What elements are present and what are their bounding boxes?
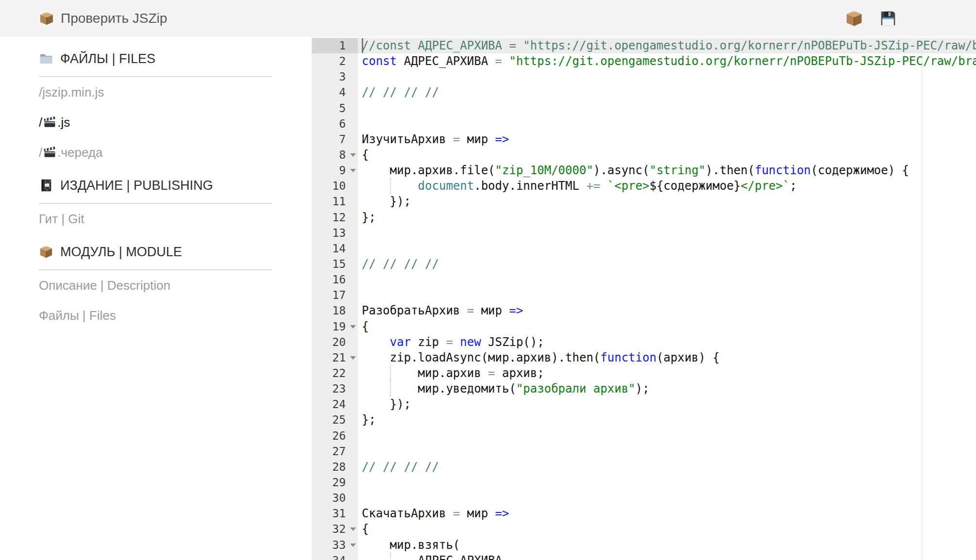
line-number: 23 [332, 382, 346, 395]
line-number: 4 [339, 86, 346, 99]
line-gutter: 34 [312, 553, 358, 560]
code-line: 33 мир.взять( [312, 537, 976, 553]
fold-arrow-icon[interactable] [350, 356, 356, 360]
code-line-content[interactable] [358, 100, 976, 116]
code-line-content[interactable]: мир.взять( [358, 537, 976, 553]
package-icon [39, 245, 53, 259]
fold-arrow-icon[interactable] [350, 325, 356, 329]
code-line-content[interactable]: zip.loadAsync(мир.архив).then(function(а… [358, 350, 976, 365]
code-line-content[interactable] [358, 272, 976, 287]
line-gutter: 28 [312, 459, 358, 475]
code-line-content[interactable]: //const АДРЕС_АРХИВА = "https://git.open… [358, 38, 976, 53]
sidebar-item-files[interactable]: Файлы | Files [39, 300, 272, 330]
sidebar-item-film-chereda[interactable]: /.череда [39, 137, 272, 167]
page-title: Проверить JSZip [61, 11, 167, 26]
line-gutter: 2 [312, 53, 358, 69]
code-line-content[interactable]: }); [358, 396, 976, 412]
code-line-content[interactable]: // // // // [358, 459, 976, 475]
code-line-content[interactable] [358, 428, 976, 444]
code-line: 22 мир.архив = архив; [312, 365, 976, 381]
indent-guide-line [390, 178, 391, 194]
fold-arrow-icon[interactable] [350, 153, 356, 157]
code-line-content[interactable]: var zip = new JSZip(); [358, 334, 976, 350]
line-number: 34 [332, 554, 346, 560]
line-number: 13 [332, 227, 346, 239]
line-number: 26 [332, 429, 346, 442]
code-line-content[interactable]: { [358, 521, 976, 537]
code-line-content[interactable]: мир.архив.file("zip_10M/0000").async("st… [358, 163, 976, 178]
code-line-content[interactable] [358, 116, 976, 132]
line-gutter: 10 [312, 178, 358, 194]
code-line-content[interactable] [358, 444, 976, 459]
text-cursor [362, 38, 363, 53]
line-number: 3 [339, 70, 346, 83]
fold-arrow-icon[interactable] [350, 169, 356, 172]
save-icon-button[interactable] [879, 9, 897, 28]
package-icon-button[interactable] [845, 9, 863, 28]
sidebar-item-git[interactable]: Гит | Git [39, 204, 272, 234]
notebook-icon [39, 178, 53, 193]
code-line: 12}; [312, 210, 976, 225]
line-gutter: 22 [312, 365, 358, 381]
line-number: 15 [332, 258, 346, 270]
line-number: 2 [339, 55, 346, 67]
line-number: 12 [332, 211, 346, 224]
code-line-content[interactable]: const АДРЕС_АРХИВА = "https://git.openga… [358, 53, 976, 69]
sidebar-item-film-js[interactable]: /.js [39, 107, 272, 137]
sidebar-section-publishing: ИЗДАНИЕ | PUBLISHING [39, 176, 272, 195]
app-header: Проверить JSZip [0, 0, 976, 37]
code-line: 2const АДРЕС_АРХИВА = "https://git.openg… [312, 53, 976, 69]
code-line-content[interactable] [358, 490, 976, 506]
code-line-content[interactable]: { [358, 319, 976, 334]
code-line-content[interactable] [358, 225, 976, 241]
line-number: 5 [339, 102, 346, 115]
line-gutter: 26 [312, 428, 358, 444]
sidebar-item-description[interactable]: Описание | Description [39, 270, 272, 300]
line-gutter: 21 [312, 350, 358, 365]
code-line: 28// // // // [312, 459, 976, 475]
code-line-content[interactable] [358, 241, 976, 256]
line-number: 7 [339, 133, 346, 146]
code-editor[interactable]: 1//const АДРЕС_АРХИВА = "https://git.ope… [312, 38, 976, 560]
fold-arrow-icon[interactable] [350, 544, 356, 547]
code-line-content[interactable]: }); [358, 194, 976, 209]
code-line-content[interactable]: мир.архив = архив; [358, 365, 976, 381]
code-line-content[interactable] [358, 69, 976, 84]
fold-arrow-icon[interactable] [350, 527, 356, 531]
code-line-content[interactable]: { [358, 147, 976, 163]
code-line: 5 [312, 100, 976, 116]
code-line-content[interactable] [358, 287, 976, 303]
code-line-content[interactable]: // // // // [358, 256, 976, 272]
line-number: 17 [332, 289, 346, 301]
code-line-content[interactable]: // // // // [358, 84, 976, 100]
line-gutter: 4 [312, 84, 358, 100]
line-gutter: 30 [312, 490, 358, 506]
line-number: 27 [332, 445, 346, 458]
code-line: 19{ [312, 319, 976, 334]
line-number: 9 [339, 164, 346, 177]
line-number: 11 [332, 195, 346, 208]
line-gutter: 9 [312, 163, 358, 178]
line-gutter: 6 [312, 116, 358, 132]
code-line: 18РазобратьАрхив = мир => [312, 303, 976, 318]
code-line-content[interactable]: }; [358, 412, 976, 428]
sidebar-section-module: МОДУЛЬ | MODULE [39, 242, 272, 262]
code-line-content[interactable]: РазобратьАрхив = мир => [358, 303, 976, 318]
line-gutter: 25 [312, 412, 358, 428]
code-line: 21 zip.loadAsync(мир.архив).then(functio… [312, 350, 976, 365]
code-line-content[interactable]: мир.уведомить("разобрали архив"); [358, 381, 976, 396]
line-number: 30 [332, 492, 346, 504]
line-number: 18 [332, 304, 346, 317]
code-line-content[interactable]: }; [358, 210, 976, 225]
line-number: 22 [332, 367, 346, 379]
sidebar-item-jszip-min-js[interactable]: /jszip.min.js [39, 77, 272, 107]
code-line-content[interactable]: ИзучитьАрхив = мир => [358, 132, 976, 147]
line-number: 8 [339, 148, 346, 161]
code-line-content[interactable]: АДРЕС_АРХИВА [358, 553, 976, 560]
line-number: 33 [332, 539, 346, 551]
code-line-content[interactable]: СкачатьАрхив = мир => [358, 506, 976, 521]
code-line-content[interactable]: document.body.innerHTML += `<pre>${содер… [358, 178, 976, 194]
code-line-content[interactable] [358, 475, 976, 490]
code-line: 1//const АДРЕС_АРХИВА = "https://git.ope… [312, 38, 976, 53]
sidebar-section-label: ФАЙЛЫ | FILES [60, 51, 155, 66]
